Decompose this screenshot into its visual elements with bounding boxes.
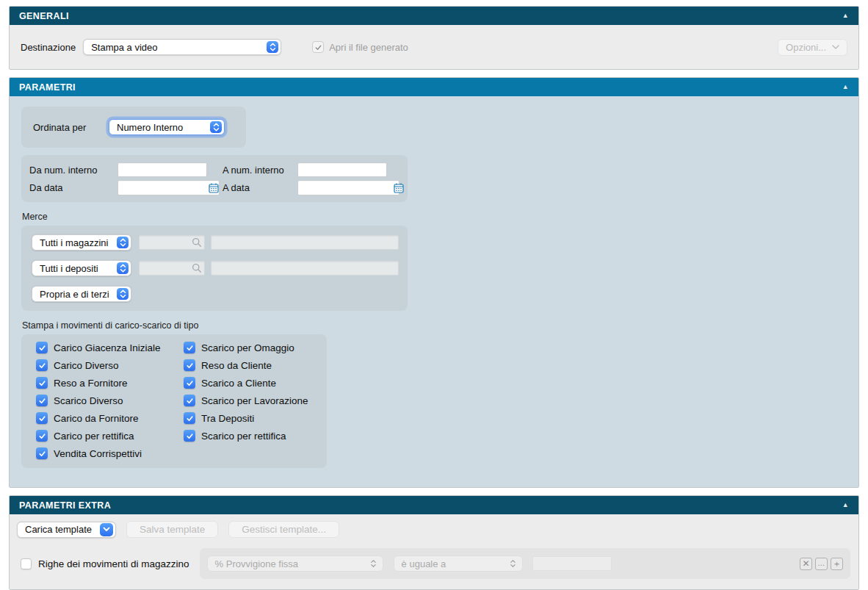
movement-type-checkbox[interactable]	[36, 447, 48, 459]
from-number-input[interactable]	[117, 162, 207, 177]
filter-operator-select[interactable]: è uguale a	[394, 555, 523, 572]
rows-filter-checkbox[interactable]	[21, 558, 32, 569]
more-filter-button[interactable]: …	[815, 558, 828, 570]
movement-type-checkbox[interactable]	[184, 430, 195, 442]
movement-type-label: Scarico per Lavorazione	[201, 395, 308, 406]
stepper-icon	[117, 288, 129, 300]
movement-type-checkbox[interactable]	[184, 377, 195, 389]
movement-type-label: Carico Giacenza Iniziale	[54, 342, 161, 353]
from-date-input[interactable]	[117, 180, 220, 195]
collapse-icon[interactable]: ▲	[842, 502, 849, 508]
movement-type-checkbox[interactable]	[36, 359, 48, 371]
movement-type-checkbox[interactable]	[36, 412, 48, 424]
to-number-input[interactable]	[297, 162, 387, 177]
movements-column-left: Carico Giacenza InizialeCarico DiversoRe…	[36, 342, 184, 459]
section-parametri-extra: PARAMETRI EXTRA ▲ Carica template Salva …	[9, 495, 859, 590]
deposit-description-input[interactable]	[211, 261, 399, 276]
sort-select[interactable]: Numero Interno	[109, 119, 225, 135]
movement-type-checkbox[interactable]	[36, 377, 48, 389]
open-file-checkbox-group: Apri il file generato	[312, 41, 408, 53]
destination-select[interactable]: Stampa a video	[83, 39, 281, 55]
movements-groupbox: Carico Giacenza InizialeCarico DiversoRe…	[21, 334, 327, 468]
movement-type-checkbox[interactable]	[36, 395, 48, 406]
load-template-label: Carica template	[25, 524, 100, 535]
sort-label: Ordinata per	[33, 122, 109, 133]
movement-type-checkbox[interactable]	[36, 342, 48, 353]
calendar-icon[interactable]	[393, 182, 405, 194]
movement-type-label: Scarico Diverso	[54, 395, 123, 406]
search-icon	[192, 263, 202, 273]
manage-template-button[interactable]: Gestisci template...	[228, 521, 339, 538]
rows-filter-label: Righe dei movimenti di magazzino	[38, 558, 189, 569]
stepper-icon	[117, 262, 129, 274]
stepper-icon	[267, 41, 278, 53]
warehouse-value: Tutti i magazzini	[40, 237, 111, 248]
warehouse-row: Tutti i magazzini	[32, 234, 399, 251]
movement-type-row: Carico Diverso	[36, 359, 184, 371]
movement-type-checkbox[interactable]	[184, 342, 195, 353]
stepper-icon	[210, 121, 222, 133]
collapse-icon[interactable]: ▲	[842, 12, 849, 19]
movement-type-row: Scarico per Omaggio	[184, 342, 312, 353]
movements-group-label: Stampa i movimenti di carico-scarico di …	[22, 320, 847, 331]
options-button[interactable]: Opzioni...	[778, 39, 847, 56]
to-date-input[interactable]	[297, 180, 399, 195]
section-header-parametri[interactable]: PARAMETRI ▲	[10, 78, 858, 96]
stepper-icon	[370, 559, 377, 568]
stepper-icon	[510, 559, 516, 568]
movement-type-label: Carico da Fornitore	[54, 413, 139, 424]
filter-panel: % Provvigione fissa è uguale a ✕	[200, 548, 850, 579]
section-title: PARAMETRI	[19, 82, 76, 93]
generali-body: Destinazione Stampa a video Apri il file…	[10, 25, 858, 69]
section-header-generali[interactable]: GENERALI ▲	[10, 7, 858, 25]
warehouse-description-input[interactable]	[211, 235, 399, 250]
movement-type-label: Tra Depositi	[201, 413, 254, 424]
movement-type-row: Scarico per rettifica	[184, 430, 312, 442]
load-template-select[interactable]: Carica template	[17, 522, 116, 538]
to-date-label: A data	[223, 182, 297, 193]
close-icon: ✕	[802, 559, 809, 568]
save-template-button[interactable]: Salva template	[126, 521, 218, 538]
filter-field-select[interactable]: % Provvigione fissa	[207, 555, 383, 572]
movement-type-label: Carico Diverso	[54, 360, 119, 371]
destination-value: Stampa a video	[91, 42, 261, 53]
filter-value-input[interactable]	[532, 556, 612, 571]
ownership-select[interactable]: Propria e di terzi	[32, 286, 131, 302]
movement-type-row: Carico per rettifica	[36, 430, 184, 442]
deposit-row: Tutti i depositi	[32, 260, 399, 276]
range-groupbox: Da num. interno A num. interno Da data A…	[21, 155, 408, 202]
movement-type-checkbox[interactable]	[184, 412, 195, 424]
filter-operator-value: è uguale a	[402, 558, 446, 569]
collapse-icon[interactable]: ▲	[842, 84, 849, 90]
deposit-select[interactable]: Tutti i depositi	[32, 260, 131, 276]
movement-type-label: Reso a Fornitore	[54, 378, 128, 389]
movement-type-checkbox[interactable]	[184, 359, 195, 371]
print-dialog: GENERALI ▲ Destinazione Stampa a video A…	[9, 6, 859, 590]
merce-group-label: Merce	[22, 212, 847, 222]
section-generali: GENERALI ▲ Destinazione Stampa a video A…	[9, 6, 859, 70]
movement-type-label: Scarico per Omaggio	[201, 342, 294, 353]
remove-filter-button[interactable]: ✕	[800, 558, 812, 570]
movement-type-checkbox[interactable]	[184, 395, 195, 406]
movement-type-label: Reso da Cliente	[201, 360, 272, 371]
ellipsis-icon: …	[817, 560, 825, 567]
movements-column-right: Scarico per OmaggioReso da ClienteScaric…	[184, 342, 312, 459]
calendar-icon[interactable]	[208, 182, 220, 194]
template-row: Carica template Salva template Gestisci …	[17, 521, 850, 538]
section-title: GENERALI	[19, 11, 69, 21]
to-number-label: A num. interno	[223, 165, 297, 176]
from-number-label: Da num. interno	[29, 165, 117, 176]
open-file-checkbox[interactable]	[312, 41, 324, 53]
section-parametri: PARAMETRI ▲ Ordinata per Numero Interno …	[9, 77, 859, 488]
section-header-parametri-extra[interactable]: PARAMETRI EXTRA ▲	[10, 496, 858, 514]
movement-type-label: Carico per rettifica	[54, 431, 134, 442]
movement-type-row: Reso da Cliente	[184, 359, 312, 371]
warehouse-select[interactable]: Tutti i magazzini	[32, 234, 131, 251]
filter-field-value: % Provvigione fissa	[215, 558, 298, 569]
chevron-down-icon	[100, 523, 113, 536]
movement-type-row: Tra Depositi	[184, 412, 312, 424]
plus-icon: ＋	[833, 559, 842, 568]
movement-type-checkbox[interactable]	[36, 430, 48, 442]
add-filter-button[interactable]: ＋	[831, 558, 843, 570]
movement-type-label: Scarico a Cliente	[201, 378, 276, 389]
